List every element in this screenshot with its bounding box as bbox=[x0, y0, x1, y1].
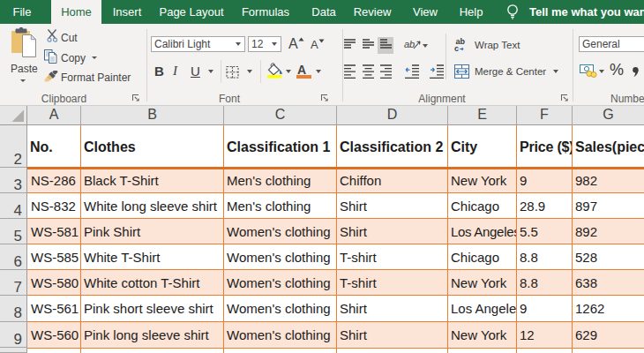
svg-text:c: c bbox=[454, 44, 459, 52]
